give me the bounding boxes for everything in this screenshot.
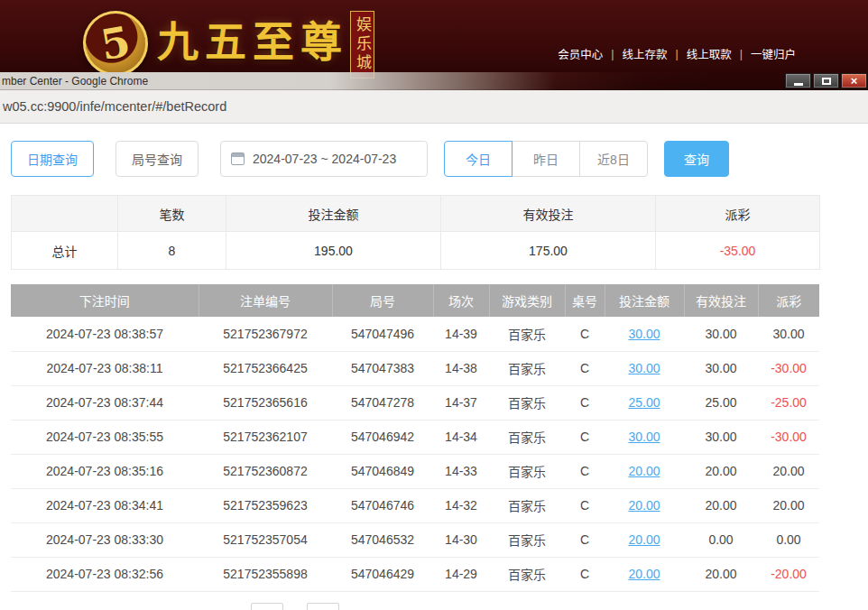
coin-number: 5: [97, 17, 134, 70]
cell-bet-id: 521752357054: [199, 522, 332, 557]
bet-record-table: 下注时间 注单编号 局号 场次 游戏类别 桌号 投注金额 有效投注 派彩 202…: [11, 284, 819, 592]
cell-session: 14-29: [433, 557, 489, 591]
pagination-button[interactable]: [307, 603, 339, 610]
calendar-icon: [231, 152, 245, 165]
address-bar: w05.cc:9900/infe/mcenter/#/betRecord: [0, 90, 868, 124]
cell-bet-id: 521752367972: [199, 317, 332, 351]
cell-bet-amount-link[interactable]: 30.00: [605, 351, 684, 385]
summary-table: 笔数 投注金额 有效投注 派彩 总计 8 195.00 175.00 -35.0…: [11, 195, 820, 270]
date-query-button[interactable]: 日期查询: [11, 141, 94, 177]
logo-title: 九五至尊: [157, 4, 348, 79]
cell-bet-id: 521752362107: [199, 420, 332, 454]
cell-table-number: C: [565, 488, 605, 522]
maximize-button[interactable]: [813, 73, 839, 88]
cell-bet-time: 2024-07-23 08:35:16: [11, 454, 199, 488]
cell-bet-time: 2024-07-23 08:38:11: [11, 351, 199, 385]
header-round-number: 局号: [332, 284, 433, 317]
nav-separator: |: [675, 48, 678, 60]
window-controls: ×: [785, 73, 867, 88]
summary-header-bet-amount: 投注金额: [226, 196, 441, 232]
cell-round-number: 547047278: [332, 385, 433, 420]
round-query-button[interactable]: 局号查询: [115, 141, 199, 177]
cell-table-number: C: [565, 385, 605, 420]
cell-bet-amount-link[interactable]: 20.00: [605, 557, 684, 591]
pagination: [251, 603, 868, 610]
cell-table-number: C: [565, 317, 605, 351]
cell-payout: 20.00: [758, 454, 819, 488]
nav-link-one-key-transfer[interactable]: 一键归户: [751, 45, 796, 62]
date-range-input[interactable]: 2024-07-23 ~ 2024-07-23: [220, 141, 428, 177]
table-row: 2024-07-23 08:37:44521752365616547047278…: [11, 385, 819, 420]
cell-game-type: 百家乐: [489, 385, 565, 420]
cell-bet-amount-link[interactable]: 20.00: [605, 454, 684, 488]
summary-total-row: 总计 8 195.00 175.00 -35.00: [12, 232, 820, 270]
close-icon: ×: [851, 74, 858, 88]
nav-link-withdraw[interactable]: 线上取款: [687, 45, 732, 62]
cell-bet-id: 521752366425: [199, 351, 332, 385]
pagination-button[interactable]: [251, 603, 283, 610]
cell-bet-time: 2024-07-23 08:38:57: [11, 317, 199, 351]
table-row: 2024-07-23 08:35:16521752360872547046849…: [11, 454, 819, 488]
cell-valid-bet: 30.00: [684, 420, 758, 454]
summary-header-empty: [12, 196, 118, 232]
casino-logo: 5 九五至尊 娱乐城: [83, 4, 374, 79]
filter-row: 日期查询 局号查询 2024-07-23 ~ 2024-07-23 今日 昨日 …: [11, 141, 868, 177]
yesterday-button[interactable]: 昨日: [512, 141, 580, 177]
cell-session: 14-30: [433, 522, 489, 557]
cell-valid-bet: 25.00: [684, 385, 758, 420]
header-payout: 派彩: [758, 284, 819, 317]
cell-bet-id: 521752360872: [199, 454, 332, 488]
cell-game-type: 百家乐: [489, 420, 565, 454]
nav-link-deposit[interactable]: 线上存款: [622, 45, 667, 62]
close-button[interactable]: ×: [841, 73, 867, 88]
header-bet-amount: 投注金额: [605, 284, 684, 317]
cell-round-number: 547046429: [332, 557, 433, 591]
cell-bet-amount-link[interactable]: 20.00: [605, 522, 684, 557]
coin-logo-icon: 5: [78, 5, 152, 80]
cell-bet-id: 521752359623: [199, 488, 332, 522]
cell-round-number: 547046746: [332, 488, 433, 522]
cell-bet-amount-link[interactable]: 30.00: [605, 317, 684, 351]
header-bet-time: 下注时间: [11, 284, 199, 317]
cell-payout: -30.00: [758, 351, 819, 385]
cell-payout: -25.00: [758, 385, 819, 420]
nav-link-member-center[interactable]: 会员中心: [558, 45, 603, 62]
cell-session: 14-39: [433, 317, 489, 351]
cell-payout: 0.00: [758, 522, 819, 557]
cell-bet-amount-link[interactable]: 20.00: [605, 488, 684, 522]
minimize-button[interactable]: [785, 73, 811, 88]
cell-game-type: 百家乐: [489, 317, 565, 351]
header-game-type: 游戏类别: [489, 284, 565, 317]
header-table-number: 桌号: [565, 284, 605, 317]
window-body: w05.cc:9900/infe/mcenter/#/betRecord 日期查…: [0, 90, 868, 610]
cell-payout: 20.00: [758, 488, 819, 522]
cell-game-type: 百家乐: [489, 488, 565, 522]
table-row: 2024-07-23 08:35:55521752362107547046942…: [11, 420, 819, 454]
cell-session: 14-38: [433, 351, 489, 385]
cell-valid-bet: 20.00: [684, 488, 758, 522]
window-title-bar[interactable]: mber Center - Google Chrome ×: [0, 72, 868, 90]
search-button[interactable]: 查询: [664, 141, 729, 177]
cell-bet-time: 2024-07-23 08:34:41: [11, 488, 199, 522]
cell-bet-time: 2024-07-23 08:33:30: [11, 522, 199, 557]
cell-bet-time: 2024-07-23 08:35:55: [11, 420, 199, 454]
today-button[interactable]: 今日: [444, 141, 512, 177]
cell-table-number: C: [565, 454, 605, 488]
cell-payout: -20.00: [758, 557, 819, 591]
cell-game-type: 百家乐: [489, 522, 565, 557]
cell-bet-amount-link[interactable]: 25.00: [605, 385, 684, 420]
table-row: 2024-07-23 08:33:30521752357054547046532…: [11, 522, 819, 557]
cell-bet-amount-link[interactable]: 30.00: [605, 420, 684, 454]
quick-range-group: 今日 昨日 近8日: [444, 141, 648, 177]
table-row: 2024-07-23 08:38:11521752366425547047383…: [11, 351, 819, 385]
minimize-icon: [794, 83, 803, 86]
cell-round-number: 547046849: [332, 454, 433, 488]
cell-table-number: C: [565, 557, 605, 591]
cell-round-number: 547047383: [332, 351, 433, 385]
cell-table-number: C: [565, 351, 605, 385]
cell-table-number: C: [565, 522, 605, 557]
cell-game-type: 百家乐: [489, 557, 565, 591]
cell-payout: -30.00: [758, 420, 819, 454]
last8days-button[interactable]: 近8日: [579, 141, 648, 177]
cell-session: 14-34: [433, 420, 489, 454]
